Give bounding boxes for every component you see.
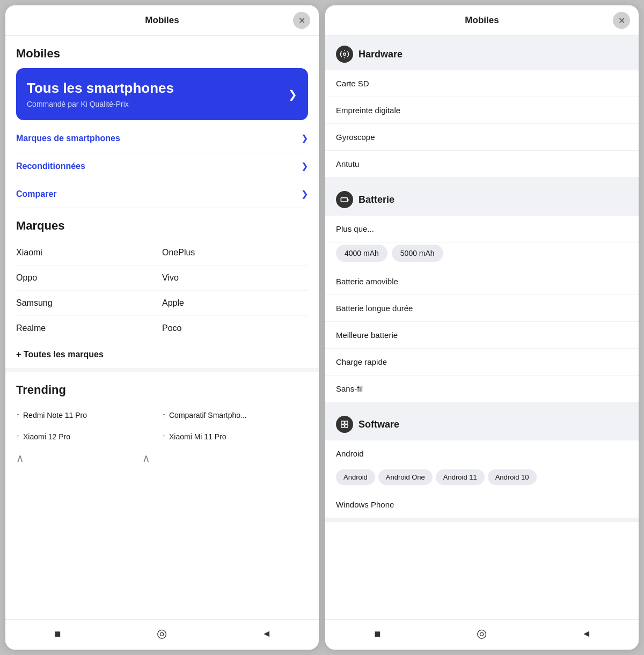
hardware-title: Hardware [358,49,402,60]
right-stop-button[interactable]: ■ [370,626,385,641]
svg-rect-1 [341,198,347,202]
software-title: Software [358,419,399,430]
windows-phone-item[interactable]: Windows Phone [325,491,639,518]
batterie-amovible-item[interactable]: Batterie amovible [325,268,639,295]
chip-android-10[interactable]: Android 10 [488,469,537,485]
trending-xiaomi12[interactable]: ↑ Xiaomi 12 Pro [16,426,162,447]
nav-item-marques-smartphones[interactable]: Marques de smartphones ❯ [16,124,308,152]
nav-item-label-comparer: Comparer [16,189,57,199]
batterie-longue-item[interactable]: Batterie longue durée [325,295,639,322]
svg-point-0 [343,53,346,56]
nav-item-comparer[interactable]: Comparer ❯ [16,180,308,208]
brand-apple[interactable]: Apple [162,291,308,316]
plus-que-item[interactable]: Plus que... [325,216,639,242]
charge-rapide-item[interactable]: Charge rapide [325,349,639,376]
stop-icon: ■ [54,628,61,640]
trending-label-0: Redmi Note 11 Pro [23,411,87,420]
brands-section: Marques Xiaomi OnePlus Oppo Vivo Samsung… [5,208,319,368]
batterie-header: Batterie [325,181,639,216]
sans-fil-item[interactable]: Sans-fil [325,376,639,402]
trending-redmi[interactable]: ↑ Redmi Note 11 Pro [16,404,162,426]
batterie-section: Batterie Plus que... 4000 mAh 5000 mAh B… [325,181,639,406]
antutu-item[interactable]: Antutu [325,151,639,177]
batterie-title: Batterie [358,194,394,205]
trending-arrow-icon-1: ↑ [162,411,166,420]
brand-samsung[interactable]: Samsung [16,291,162,316]
chip-android[interactable]: Android [336,469,375,485]
brands-title: Marques [16,219,308,233]
batterie-icon [336,191,353,208]
brand-oppo[interactable]: Oppo [16,266,162,291]
trending-arrow-icon-0: ↑ [16,411,20,420]
gyroscope-item[interactable]: Gyroscope [325,124,639,151]
right-back-button[interactable]: ◄ [579,626,594,641]
trending-label-2: Xiaomi 12 Pro [23,432,70,441]
nav-item-label-reconditionnees: Reconditionnées [16,161,85,171]
software-section: Software Android Android Android One And… [325,406,639,522]
left-stop-button[interactable]: ■ [50,626,65,641]
chip-android-11[interactable]: Android 11 [436,469,485,485]
software-header: Software [325,406,639,440]
home-icon: ◎ [157,627,167,641]
trending-arrow-icon-3: ↑ [162,432,166,441]
trending-section: Trending ↑ Redmi Note 11 Pro ↑ Comparati… [5,368,319,472]
carte-sd-item[interactable]: Carte SD [325,70,639,97]
hero-card-arrow-icon: ❯ [288,88,297,101]
all-brands-label: + Toutes les marques [16,350,104,359]
hero-card-text: Tous les smartphones Commandé par Ki Qua… [27,80,174,108]
all-brands-button[interactable]: + Toutes les marques [16,341,308,368]
hero-card[interactable]: Tous les smartphones Commandé par Ki Qua… [16,68,308,120]
brand-xiaomi[interactable]: Xiaomi [16,240,162,266]
battery-chips: 4000 mAh 5000 mAh [325,242,639,268]
hardware-section: Hardware Carte SD Empreinte digitale Gyr… [325,36,639,181]
left-home-button[interactable]: ◎ [155,626,170,641]
trending-label-3: Xiaomi Mi 11 Pro [169,432,226,441]
right-back-icon: ◄ [582,628,591,639]
chip-5000mah[interactable]: 5000 mAh [392,245,443,262]
hardware-icon [336,46,353,63]
nav-arrow-comparer-icon: ❯ [301,189,308,199]
right-header: Mobiles ✕ [325,5,639,36]
nav-arrow-reconditionnees-icon: ❯ [301,161,308,171]
close-icon: ✕ [298,16,305,26]
right-bottom-nav: ■ ◎ ◄ [325,619,639,650]
left-bottom-nav: ■ ◎ ◄ [5,619,319,650]
right-header-title: Mobiles [465,15,499,26]
trending-xiaomimi11[interactable]: ↑ Xiaomi Mi 11 Pro [162,426,308,447]
trending-label-1: Comparatif Smartpho... [169,411,247,420]
right-panel-content: Hardware Carte SD Empreinte digitale Gyr… [325,36,639,619]
left-content-top: Mobiles Tous les smartphones Commandé pa… [5,36,319,208]
meilleure-batterie-item[interactable]: Meilleure batterie [325,322,639,349]
trending-title: Trending [16,383,308,397]
left-back-button[interactable]: ◄ [259,626,274,641]
left-section-title: Mobiles [16,47,308,61]
right-home-button[interactable]: ◎ [474,626,489,641]
android-item[interactable]: Android [325,440,639,467]
right-close-button[interactable]: ✕ [613,12,630,29]
right-close-icon: ✕ [618,16,625,26]
svg-rect-3 [345,421,348,424]
svg-rect-5 [345,425,348,428]
svg-rect-4 [341,425,344,428]
nav-item-reconditionnees[interactable]: Reconditionnées ❯ [16,152,308,180]
hero-card-subtitle: Commandé par Ki Qualité-Prix [27,100,174,108]
trending-arrow-icon-2: ↑ [16,432,20,441]
hero-card-title: Tous les smartphones [27,80,174,97]
brands-grid: Xiaomi OnePlus Oppo Vivo Samsung Apple R… [16,240,308,341]
right-panel: Mobiles ✕ Hardware Carte SD Empreinte di… [325,5,639,650]
hardware-header: Hardware [325,36,639,70]
brand-vivo[interactable]: Vivo [162,266,308,291]
left-header-title: Mobiles [145,15,179,26]
chip-android-one[interactable]: Android One [378,469,433,485]
left-header: Mobiles ✕ [5,5,319,36]
brand-oneplus[interactable]: OnePlus [162,240,308,266]
left-close-button[interactable]: ✕ [293,12,310,29]
right-home-icon: ◎ [477,627,487,641]
back-icon: ◄ [262,628,272,639]
trending-comparatif[interactable]: ↑ Comparatif Smartpho... [162,404,308,426]
brand-poco[interactable]: Poco [162,316,308,341]
empreinte-item[interactable]: Empreinte digitale [325,97,639,124]
right-stop-icon: ■ [374,628,380,640]
chip-4000mah[interactable]: 4000 mAh [336,245,387,262]
brand-realme[interactable]: Realme [16,316,162,341]
